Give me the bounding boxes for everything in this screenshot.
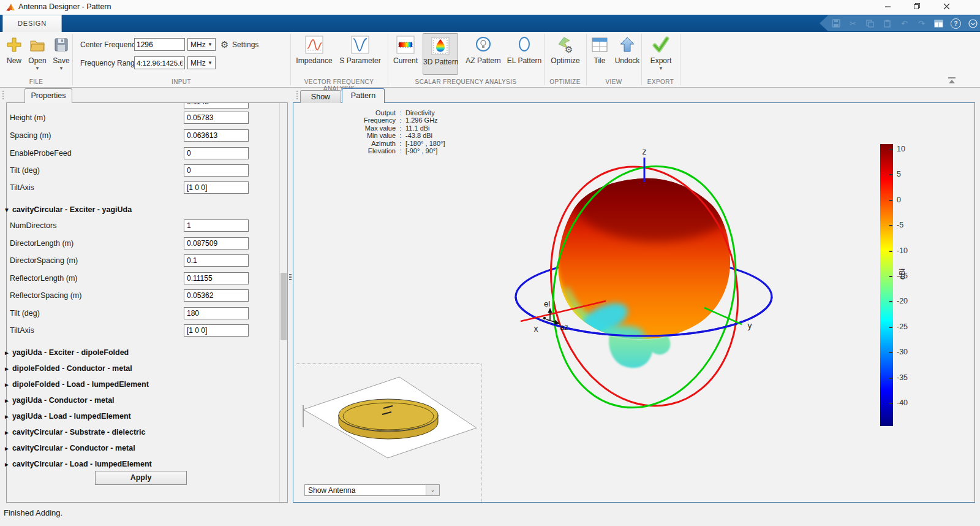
property-label: TiltAxis bbox=[10, 183, 34, 192]
colorbar-tick-label: -20 bbox=[897, 297, 921, 305]
property-input[interactable] bbox=[184, 254, 249, 267]
property-label: Height (m) bbox=[10, 113, 45, 122]
colorbar-tick-label: -30 bbox=[897, 348, 921, 356]
pattern-3d-plot[interactable]: z x y el az bbox=[490, 141, 784, 423]
panel-splitter[interactable] bbox=[288, 274, 292, 284]
annotation-row: Min value:-43.8 dBi bbox=[330, 132, 495, 139]
property-input-clipped[interactable]: 0.1143 bbox=[184, 103, 249, 109]
expand-triangle-icon: ► bbox=[4, 349, 10, 356]
section-header-collapsed[interactable]: ►dipoleFolded - Conductor - metal bbox=[4, 364, 132, 373]
colorbar-tick bbox=[889, 301, 892, 302]
colorbar bbox=[880, 144, 893, 426]
section-header-collapsed[interactable]: ►cavityCircular - Conductor - metal bbox=[4, 444, 135, 452]
az-pattern-icon bbox=[463, 34, 503, 56]
show-antenna-select[interactable]: Show Antenna ⌄ bbox=[304, 484, 440, 496]
expand-triangle-icon: ► bbox=[4, 461, 10, 468]
properties-panel bbox=[6, 102, 288, 503]
annotation-row: Max value:11.1 dBi bbox=[330, 124, 495, 132]
center-frequency-unit-select[interactable]: MHz▼ bbox=[187, 38, 216, 51]
antenna-designer-window: Antenna Designer - Pattern DESIGN ✂ ↶ ↷ … bbox=[0, 0, 980, 526]
center-frequency-input[interactable] bbox=[134, 38, 185, 51]
collapse-ribbon-icon[interactable] bbox=[947, 76, 958, 85]
property-input[interactable] bbox=[184, 112, 249, 124]
property-input[interactable] bbox=[184, 237, 249, 250]
group-label-scalar: SCALAR FREQUENCY ANALYSIS bbox=[388, 78, 544, 85]
origin-marker bbox=[543, 317, 546, 319]
impedance-button[interactable]: Impedance bbox=[293, 34, 336, 74]
open-button[interactable]: Open ▼ bbox=[26, 34, 49, 74]
undo-icon[interactable]: ↶ bbox=[899, 18, 910, 29]
svg-text:⚙: ⚙ bbox=[565, 44, 573, 54]
tab-properties[interactable]: Properties bbox=[24, 88, 72, 103]
tab-pattern[interactable]: Pattern bbox=[342, 88, 385, 103]
group-label-input: INPUT bbox=[72, 78, 290, 85]
chevron-down-icon: ▼ bbox=[208, 60, 213, 66]
az-pattern-button[interactable]: AZ Pattern bbox=[463, 34, 503, 74]
colorbar-tick-label: -35 bbox=[897, 373, 921, 382]
tab-show[interactable]: Show bbox=[300, 90, 341, 103]
section-header-collapsed[interactable]: ►yagiUda - Conductor - metal bbox=[4, 396, 115, 405]
antenna-preview[interactable] bbox=[296, 367, 480, 480]
section-header-collapsed[interactable]: ►dipoleFolded - Load - lumpedElement bbox=[4, 380, 149, 389]
close-button[interactable] bbox=[932, 0, 960, 15]
undock-button[interactable]: Undock bbox=[612, 34, 642, 74]
section-header-expanded[interactable]: ▼cavityCircular - Exciter - yagiUda bbox=[4, 205, 132, 214]
s-parameter-button[interactable]: S Parameter bbox=[338, 34, 382, 74]
ribbon-separator bbox=[586, 34, 587, 85]
frequency-range-label: Frequency Range bbox=[80, 59, 138, 67]
properties-scrollbar-thumb[interactable] bbox=[281, 273, 287, 340]
group-label-view: VIEW bbox=[586, 78, 641, 85]
tab-design[interactable]: DESIGN bbox=[2, 15, 62, 32]
new-button[interactable]: New bbox=[4, 34, 24, 74]
colorbar-tick bbox=[889, 378, 892, 379]
section-header-collapsed[interactable]: ►cavityCircular - Load - lumpedElement bbox=[4, 460, 152, 468]
help-icon[interactable]: ? bbox=[951, 18, 961, 29]
property-input[interactable] bbox=[184, 289, 249, 302]
section-header-collapsed[interactable]: ►cavityCircular - Substrate - dielectric bbox=[4, 428, 145, 436]
property-input[interactable] bbox=[184, 181, 249, 194]
save-dropdown-arrow[interactable]: ▼ bbox=[50, 66, 72, 71]
save-button[interactable]: Save ▼ bbox=[50, 34, 72, 74]
property-input[interactable] bbox=[184, 219, 249, 232]
current-button[interactable]: Current bbox=[390, 34, 421, 74]
layout-icon[interactable] bbox=[933, 18, 944, 29]
colorbar-unit-label: dBi bbox=[898, 269, 907, 280]
redo-icon[interactable]: ↷ bbox=[916, 18, 927, 29]
property-input[interactable] bbox=[184, 272, 249, 284]
pattern-3d-button[interactable]: 3D Pattern bbox=[423, 33, 458, 75]
property-input[interactable] bbox=[184, 307, 249, 319]
ribbon-separator bbox=[388, 34, 388, 85]
panel-grip[interactable] bbox=[295, 91, 298, 99]
settings-label[interactable]: Settings bbox=[232, 40, 258, 49]
panel-grip[interactable] bbox=[1, 91, 4, 99]
el-arrowhead bbox=[548, 308, 552, 313]
section-header-collapsed[interactable]: ►yagiUda - Load - lumpedElement bbox=[4, 412, 131, 421]
frequency-range-unit-select[interactable]: MHz▼ bbox=[187, 56, 216, 69]
property-input[interactable] bbox=[184, 164, 249, 177]
copy-icon[interactable] bbox=[865, 18, 875, 29]
settings-gear-icon[interactable]: ⚙ bbox=[221, 39, 228, 50]
el-pattern-button[interactable]: EL Pattern bbox=[505, 34, 544, 74]
maximize-button[interactable] bbox=[903, 0, 931, 15]
section-header-collapsed[interactable]: ►yagiUda - Exciter - dipoleFolded bbox=[4, 348, 129, 357]
pattern-annotation: Output:DirectivityFrequency:1.296 GHzMax… bbox=[330, 109, 495, 154]
colorbar-tick bbox=[889, 327, 892, 328]
frequency-range-input[interactable] bbox=[134, 56, 185, 69]
minimize-button[interactable] bbox=[873, 0, 902, 15]
chevron-down-icon: ▼ bbox=[208, 42, 213, 47]
qat-dropdown-icon[interactable] bbox=[968, 18, 978, 29]
optimize-button[interactable]: ⚙ Optimize bbox=[548, 34, 583, 74]
tile-button[interactable]: Tile bbox=[588, 34, 611, 74]
matlab-logo-icon bbox=[6, 2, 15, 12]
property-input[interactable] bbox=[184, 147, 249, 159]
save-icon[interactable] bbox=[831, 18, 841, 29]
export-dropdown-arrow[interactable]: ▼ bbox=[646, 66, 676, 71]
cut-icon[interactable]: ✂ bbox=[848, 18, 858, 29]
paste-icon[interactable] bbox=[882, 18, 892, 29]
colorbar-tick bbox=[889, 352, 892, 353]
open-dropdown-arrow[interactable]: ▼ bbox=[26, 66, 49, 71]
export-button[interactable]: Export ▼ bbox=[646, 34, 676, 74]
apply-button[interactable]: Apply bbox=[95, 471, 187, 485]
property-input[interactable] bbox=[184, 129, 249, 142]
property-input[interactable] bbox=[184, 324, 249, 337]
